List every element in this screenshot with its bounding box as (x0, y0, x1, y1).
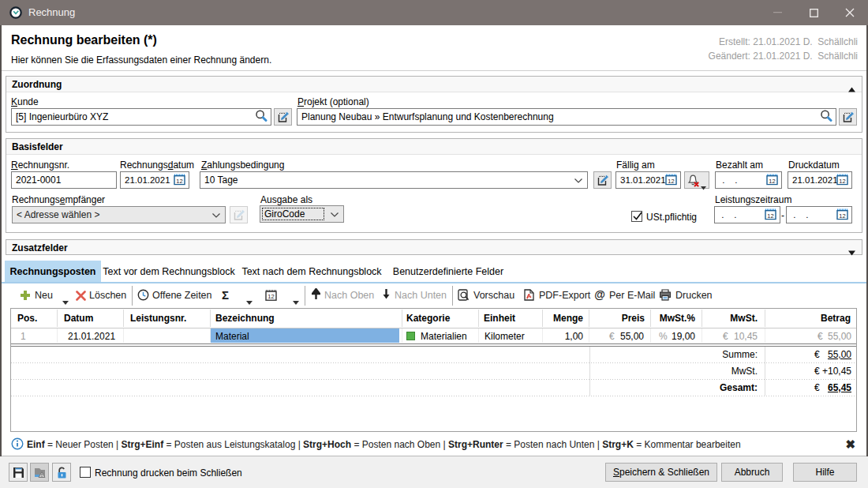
minimize-button[interactable] (759, 0, 795, 25)
druckdatum-input[interactable]: 21.01.2021 12 (788, 171, 852, 189)
print-on-close-label[interactable]: Rechnung drucken beim Schließen (95, 467, 242, 479)
offene-zeiten-button[interactable]: Offene Zeiten (152, 290, 212, 301)
cell-einheit[interactable]: Kilometer (485, 331, 525, 342)
rechnung-window: Rechnung Rechnung bearbeiten (*) Hier kö… (0, 0, 868, 488)
cell-mwst-pct[interactable]: 19,00 (672, 331, 695, 342)
ust-pflichtig-checkbox[interactable] (631, 211, 642, 222)
app-clock-icon (9, 6, 22, 22)
col-einheit[interactable]: Einheit (484, 313, 515, 324)
col-mwst-pct[interactable]: MwSt.% (660, 313, 695, 324)
rechnungsempfaenger-combo[interactable]: < Adresse wählen > (12, 206, 226, 223)
tab-rechnungsposten[interactable]: Rechnungsposten (5, 261, 101, 282)
col-leistungsnr[interactable]: Leistungsnr. (130, 313, 186, 324)
print-on-close-checkbox[interactable] (80, 467, 91, 478)
leistungszeitraum-separator: - (781, 210, 784, 221)
calendar-icon[interactable]: 12 (750, 199, 776, 231)
col-menge[interactable]: Menge (553, 313, 583, 324)
col-bezeichnung[interactable]: Bezeichnung (215, 313, 275, 324)
cell-menge[interactable]: 1,00 (565, 331, 583, 342)
calendar-icon[interactable]: 12 (821, 164, 848, 197)
zahlungsbedingung-combo[interactable]: 10 Tage (200, 171, 588, 189)
vorschau-button[interactable]: Vorschau (473, 290, 514, 301)
per-email-button[interactable]: Per E-Mail (609, 290, 655, 301)
col-datum[interactable]: Datum (64, 313, 93, 324)
col-pos[interactable]: Pos. (17, 313, 37, 324)
kunde-input[interactable]: [5] Ingenieurbüro XYZ (11, 108, 271, 126)
sigma-button[interactable]: Σ (222, 288, 229, 302)
col-kategorie[interactable]: Kategorie (406, 313, 450, 324)
projekt-input[interactable]: Planung Neubau » Entwurfsplanung und Kos… (297, 108, 836, 126)
basisfelder-header[interactable]: Basisfelder (6, 139, 862, 155)
cell-bezeichnung[interactable]: Material (215, 331, 249, 342)
ust-pflichtig-label[interactable]: USt.pflichtig (646, 212, 697, 223)
modified-meta: Geändert: 21.01.2021 D. Schällchli (709, 51, 858, 62)
cell-datum[interactable]: 21.01.2021 (68, 331, 115, 342)
category-color-swatch (406, 332, 415, 340)
tab-text-vor-rechnungsblock[interactable]: Text vor dem Rechnungsblock (101, 261, 237, 282)
col-betrag[interactable]: Betrag (821, 313, 851, 324)
cell-kategorie[interactable]: Materialien (421, 331, 467, 342)
save-button[interactable] (9, 463, 28, 482)
collapse-up-icon (848, 81, 855, 88)
close-button[interactable] (832, 0, 868, 25)
rechnungsdatum-input[interactable]: 21.01.2021 12 (120, 171, 189, 189)
help-button[interactable]: Hilfe (793, 463, 857, 482)
hint-close-icon[interactable]: ✖ (845, 437, 855, 452)
calendar-icon[interactable]: 12 (265, 289, 277, 304)
chevron-down-icon[interactable] (293, 294, 299, 308)
svg-text:12: 12 (769, 178, 775, 185)
cell-betrag[interactable]: 55,00 (828, 331, 851, 342)
pdf-export-button[interactable]: PDF-Export (539, 290, 590, 301)
calendar-icon[interactable]: 12 (159, 164, 185, 197)
tab-benutzerdefinierte-felder[interactable]: Benutzerdefinierte Felder (388, 261, 508, 282)
projekt-edit-button[interactable] (839, 108, 857, 126)
search-icon[interactable] (255, 110, 268, 125)
calendar-icon[interactable]: 12 (751, 164, 778, 197)
bezahlt-am-input[interactable]: . . 12 (715, 171, 782, 189)
zusatzfelder-header[interactable]: Zusatzfelder (6, 240, 862, 254)
rechnungsempfaenger-edit-button (230, 206, 248, 223)
save-template-button[interactable] (30, 463, 49, 482)
lock-button[interactable] (52, 463, 71, 482)
toolbar-separator (132, 286, 133, 306)
calendar-icon[interactable]: 12 (821, 199, 848, 231)
pdf-icon (523, 289, 535, 304)
col-preis[interactable]: Preis (622, 313, 645, 324)
faellig-am-input[interactable]: 31.01.2021 12 (615, 171, 681, 189)
chevron-down-icon[interactable] (701, 179, 706, 193)
neu-button[interactable]: Neu (35, 290, 53, 301)
cell-mwst[interactable]: 10,45 (734, 331, 758, 342)
cell-preis[interactable]: 55,00 (620, 331, 644, 342)
reminder-bell-button[interactable] (684, 171, 709, 189)
search-icon[interactable] (820, 110, 832, 125)
projekt-label: Projekt (optional) (297, 96, 369, 107)
zuordnung-header[interactable]: Zuordnung (6, 77, 862, 92)
chevron-down-icon[interactable] (62, 294, 69, 308)
faellig-am-label: Fällig am (616, 160, 655, 171)
cell-pos[interactable]: 1 (21, 331, 26, 342)
window-title: Rechnung (28, 6, 75, 18)
kunde-edit-button[interactable] (274, 108, 292, 126)
zusatzfelder-title: Zusatzfelder (12, 242, 68, 253)
chevron-down-icon (212, 209, 220, 220)
titlebar: Rechnung (0, 0, 868, 25)
leistungszeitraum-bis-input[interactable]: . . 12 (786, 206, 852, 223)
rechnungsnr-input[interactable]: 2021-0001 (11, 171, 117, 189)
abort-button[interactable]: Abbruch (721, 463, 783, 482)
clock-icon (137, 289, 149, 304)
tab-text-nach-rechnungsblock[interactable]: Text nach dem Rechnungsblock (241, 261, 383, 282)
chevron-down-icon[interactable] (246, 294, 253, 308)
zahlungsbedingung-edit-button[interactable] (593, 171, 612, 189)
zahlungsbedingung-label: Zahlungsbedingung (201, 160, 284, 171)
leistungszeitraum-von-input[interactable]: . . 12 (714, 206, 780, 223)
maximize-button[interactable] (795, 0, 832, 25)
ausgabe-als-combo[interactable]: GiroCode (260, 205, 344, 223)
collapse-down-icon (848, 245, 855, 251)
loeschen-button[interactable]: Löschen (89, 290, 126, 301)
calendar-icon[interactable]: 12 (650, 164, 677, 197)
summe-label: Summe: (722, 349, 758, 360)
save-close-button[interactable]: Speichern & Schließen (605, 463, 717, 482)
drucken-button[interactable]: Drucken (675, 290, 713, 301)
cell-mwst-pct-symbol: % (659, 331, 668, 342)
col-mwst[interactable]: MwSt. (730, 313, 758, 324)
